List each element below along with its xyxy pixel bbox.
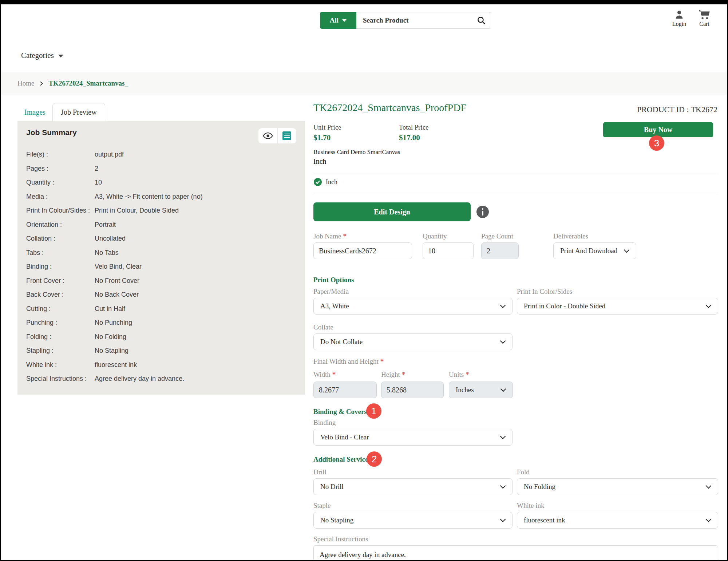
job-summary-row-value: Velo Bind, Clear	[95, 263, 296, 270]
special-instructions-textarea[interactable]: Agree delivery day in advance.	[313, 545, 718, 561]
edit-design-button[interactable]: Edit Design	[313, 202, 471, 221]
paper-media-label: Paper/Media	[313, 288, 349, 296]
cart-button[interactable]: Cart	[699, 9, 710, 27]
info-icon[interactable]	[476, 206, 489, 218]
binding-label: Binding	[313, 419, 336, 427]
job-name-input[interactable]	[313, 242, 412, 259]
caret-down-icon	[58, 55, 63, 58]
chevron-right-icon	[39, 81, 44, 86]
account-area: Login Cart	[672, 9, 710, 27]
breadcrumb: Home TK2672024_Smartcanvas_	[1, 72, 727, 95]
tab-job-preview[interactable]: Job Preview	[52, 103, 105, 121]
annotation-badge-3: 3	[649, 135, 664, 151]
job-summary-row-value: A3, White -> Fit content to paper (no)	[95, 193, 296, 201]
job-summary-row: Orientation : Portrait	[26, 221, 296, 229]
collate-label: Collate	[313, 323, 333, 331]
additional-services-heading: Additional Services	[313, 455, 371, 463]
job-summary-row: Stapling : No Stapling	[26, 347, 296, 355]
job-summary-row: Punching : No Punching	[26, 319, 296, 327]
page-count-input	[481, 242, 519, 259]
job-summary-row: Collation : Uncollated	[26, 235, 296, 242]
job-summary-row-label: Cutting :	[26, 305, 95, 313]
job-summary-row: Tabs : No Tabs	[26, 249, 296, 257]
search-scope-dropdown[interactable]: All	[320, 12, 356, 29]
cart-label: Cart	[699, 21, 709, 27]
search-button[interactable]	[472, 16, 491, 25]
job-summary-row: Front Cover : No Front Cover	[26, 277, 296, 285]
preview-panel: Images Job Preview Job Summary	[17, 103, 305, 395]
job-summary-row-label: Folding :	[26, 333, 95, 341]
caret-down-icon	[342, 19, 347, 22]
binding-select[interactable]: Velo Bind - Clear	[313, 429, 513, 446]
tab-images[interactable]: Images	[17, 103, 52, 121]
category-nav: Categories	[1, 39, 727, 72]
job-summary-row: Quantity : 10	[26, 179, 296, 186]
buy-now-button[interactable]: Buy Now	[603, 122, 713, 137]
job-summary-row-value: No Punching	[95, 319, 296, 327]
divider	[313, 174, 718, 174]
quantity-label: Quantity	[423, 232, 447, 240]
chevron-down-icon	[500, 483, 506, 489]
chevron-down-icon	[706, 483, 712, 489]
categories-menu[interactable]: Categories	[21, 51, 63, 60]
view-toggle	[258, 128, 296, 143]
job-summary-row-value: No Folding	[95, 333, 296, 341]
white-ink-label: White ink	[517, 502, 544, 510]
job-summary-row-label: Back Cover :	[26, 291, 95, 299]
fold-label: Fold	[517, 468, 530, 476]
chevron-down-icon	[706, 303, 712, 308]
job-summary-row-value: No Front Cover	[95, 277, 296, 285]
eye-icon	[263, 133, 273, 139]
chevron-down-icon	[500, 303, 506, 308]
job-summary-row-value: Cut in Half	[95, 305, 296, 313]
unit-price-value: $1.70	[313, 133, 331, 142]
product-page: All Login	[0, 0, 728, 561]
paper-media-select[interactable]: A3, White	[313, 298, 513, 315]
quantity-input[interactable]	[423, 242, 474, 259]
units-select[interactable]: Inches	[449, 382, 513, 398]
search-input[interactable]	[356, 16, 472, 24]
divider	[313, 193, 718, 193]
job-summary-row-label: Stapling :	[26, 347, 95, 355]
job-summary-row: Cutting : Cut in Half	[26, 305, 296, 313]
job-summary-row-value: fluorescent ink	[95, 361, 296, 369]
job-summary-row-value: No Tabs	[95, 249, 296, 257]
chevron-down-icon	[500, 386, 506, 392]
height-input	[381, 382, 444, 398]
search-icon	[476, 16, 486, 25]
staple-label: Staple	[313, 502, 331, 510]
special-instructions-label: Special Instructions	[313, 535, 368, 543]
preview-eye-button[interactable]	[258, 128, 277, 143]
job-summary-row-label: Print In Colour/Sides :	[26, 207, 95, 214]
collate-select[interactable]: Do Not Collate	[313, 333, 513, 350]
summary-list-button[interactable]	[277, 128, 297, 143]
job-summary-row-label: File(s) :	[26, 151, 95, 158]
job-summary-row-value: Agree delivery day in advance.	[95, 375, 296, 383]
job-summary-title: Job Summary	[26, 128, 77, 137]
chevron-down-icon	[500, 517, 506, 522]
job-summary-row: File(s) : output.pdf	[26, 151, 296, 158]
chevron-down-icon	[500, 434, 506, 439]
login-button[interactable]: Login	[672, 9, 686, 27]
deliverables-select[interactable]: Print And Download	[553, 242, 636, 259]
job-summary-row: Media : A3, White -> Fit content to pape…	[26, 193, 296, 201]
staple-select[interactable]: No Stapling	[313, 512, 513, 529]
login-label: Login	[672, 21, 686, 27]
white-ink-select[interactable]: fluorescent ink	[517, 512, 718, 529]
job-summary-row-value: 10	[95, 179, 296, 186]
product-detail-panel: TK2672024_Smartcanvas_ProofPDF PRODUCT I…	[313, 95, 718, 561]
color-sides-select[interactable]: Print in Color - Double Sided	[517, 298, 718, 315]
product-unit-text: Inch	[313, 157, 327, 166]
deliverables-label: Deliverables	[553, 232, 588, 240]
annotation-badge-1: 1	[366, 403, 381, 419]
job-summary-row-label: Front Cover :	[26, 277, 95, 285]
job-summary-row-label: Pages :	[26, 165, 95, 173]
drill-select[interactable]: No Drill	[313, 478, 513, 495]
height-label: Height*	[381, 371, 405, 379]
unit-option-selected[interactable]: Inch	[313, 178, 337, 186]
unit-price-label: Unit Price	[313, 124, 341, 131]
site-header: All Login	[1, 4, 727, 39]
window-top-bar	[1, 0, 727, 4]
breadcrumb-home-link[interactable]: Home	[17, 79, 34, 87]
fold-select[interactable]: No Folding	[517, 478, 718, 495]
